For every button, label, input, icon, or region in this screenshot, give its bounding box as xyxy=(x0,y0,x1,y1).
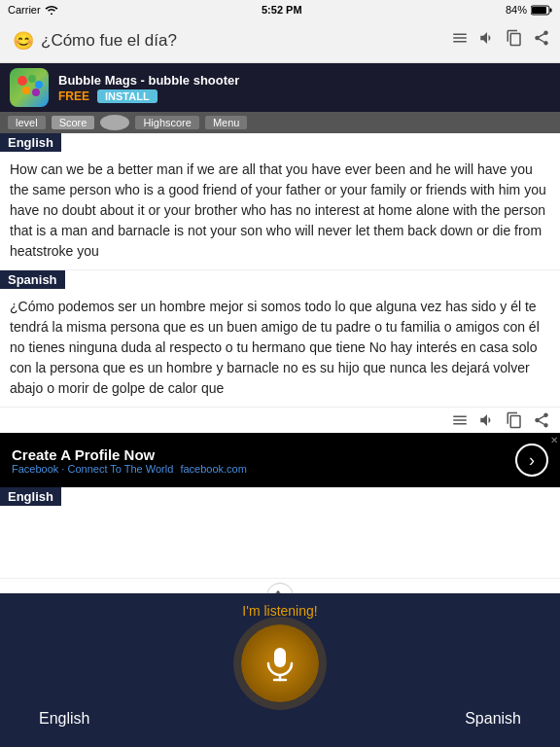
copy-icon-2[interactable] xyxy=(506,411,523,429)
english-translation-text: How can we be a better man if we are all… xyxy=(0,152,560,269)
volume-icon[interactable] xyxy=(478,29,496,47)
bubbles-icon xyxy=(15,73,44,102)
svg-point-7 xyxy=(32,89,40,96)
ad-banner-2[interactable]: Create A Profile Now Facebook · Connect … xyxy=(0,433,560,487)
svg-rect-8 xyxy=(274,648,286,667)
settings-icon[interactable] xyxy=(451,29,469,47)
english-input-label-badge: English xyxy=(0,487,560,506)
english-lang-label: English xyxy=(0,133,61,152)
spanish-translation-text: ¿Cómo podemos ser un hombre mejor si som… xyxy=(0,289,560,407)
level-label: level xyxy=(8,116,46,129)
highscore-label: Highscore xyxy=(135,116,199,129)
ad-banner-1[interactable]: Bubble Mags - bubble shooter FREE INSTAL… xyxy=(0,63,560,112)
ad-banner-2-left: Create A Profile Now Facebook · Connect … xyxy=(12,446,247,475)
bottom-spanish-label: Spanish xyxy=(465,710,521,728)
status-time: 5:52 PM xyxy=(262,4,302,16)
svg-rect-2 xyxy=(532,7,546,14)
question-area: 😊 ¿Cómo fue el día? xyxy=(0,19,560,63)
share-icon[interactable] xyxy=(533,29,550,47)
question-text: ¿Cómo fue el día? xyxy=(41,31,451,51)
battery-icon xyxy=(531,5,552,16)
english-translation-block: English How can we be a better man if we… xyxy=(0,133,560,269)
ad-banner-2-subtitle: Facebook · Connect To The World xyxy=(12,463,173,475)
svg-point-6 xyxy=(22,87,30,94)
svg-point-5 xyxy=(35,81,43,89)
ad-title: Bubble Mags - bubble shooter xyxy=(58,73,550,88)
battery-label: 84% xyxy=(506,4,527,16)
spanish-translation-block: Spanish ¿Cómo podemos ser un hombre mejo… xyxy=(0,269,560,433)
ad-banner-2-arrow[interactable]: › xyxy=(515,444,548,477)
svg-point-3 xyxy=(18,76,27,86)
spanish-label-badge: Spanish xyxy=(0,270,560,289)
svg-point-4 xyxy=(28,75,36,83)
ad-banner-2-url: facebook.com xyxy=(180,463,246,475)
face-icon: 😊 xyxy=(10,27,37,54)
spanish-lang-label: Spanish xyxy=(0,270,65,289)
mic-button[interactable] xyxy=(241,624,319,702)
listening-label: I'm listening! xyxy=(242,603,317,619)
question-toolbar xyxy=(451,27,550,47)
share-icon-2[interactable] xyxy=(533,411,550,429)
spanish-toolbar xyxy=(0,407,560,433)
arrow-label: › xyxy=(529,450,535,471)
ad-corner: ✕ xyxy=(550,435,558,445)
english-label-badge: English xyxy=(0,133,560,152)
bottom-mic-area: I'm listening! English Spanish xyxy=(0,593,560,747)
settings-icon-2[interactable] xyxy=(451,411,469,429)
bottom-lang-labels: English Spanish xyxy=(0,702,560,728)
volume-icon-2[interactable] xyxy=(478,411,496,429)
ad-banner-2-title: Create A Profile Now xyxy=(12,446,247,463)
wifi-icon xyxy=(45,5,58,15)
status-left: Carrier xyxy=(8,4,58,16)
game-bar: level Score Highscore Menu xyxy=(0,112,560,133)
ad-text: Bubble Mags - bubble shooter FREE INSTAL… xyxy=(58,73,550,103)
ad-icon xyxy=(10,68,49,107)
copy-icon[interactable] xyxy=(506,29,523,47)
svg-rect-1 xyxy=(549,8,551,12)
english-input-section: English xyxy=(0,487,560,578)
english-input[interactable] xyxy=(0,506,560,574)
status-bar: Carrier 5:52 PM 84% xyxy=(0,0,560,19)
ad-install-button[interactable]: INSTALL xyxy=(97,89,158,103)
english-input-lang-label: English xyxy=(0,487,61,506)
status-right: 84% xyxy=(506,4,552,16)
menu-label: Menu xyxy=(205,116,248,129)
microphone-icon xyxy=(261,644,299,683)
bottom-english-label: English xyxy=(39,710,89,728)
game-circle xyxy=(100,115,129,130)
score-label: Score xyxy=(52,116,95,129)
ad-banner-2-sub: Facebook · Connect To The World facebook… xyxy=(12,463,247,475)
ad-subtitle: FREE INSTALL xyxy=(58,89,550,103)
ad-free-label: FREE xyxy=(58,89,89,103)
carrier-label: Carrier xyxy=(8,4,41,16)
